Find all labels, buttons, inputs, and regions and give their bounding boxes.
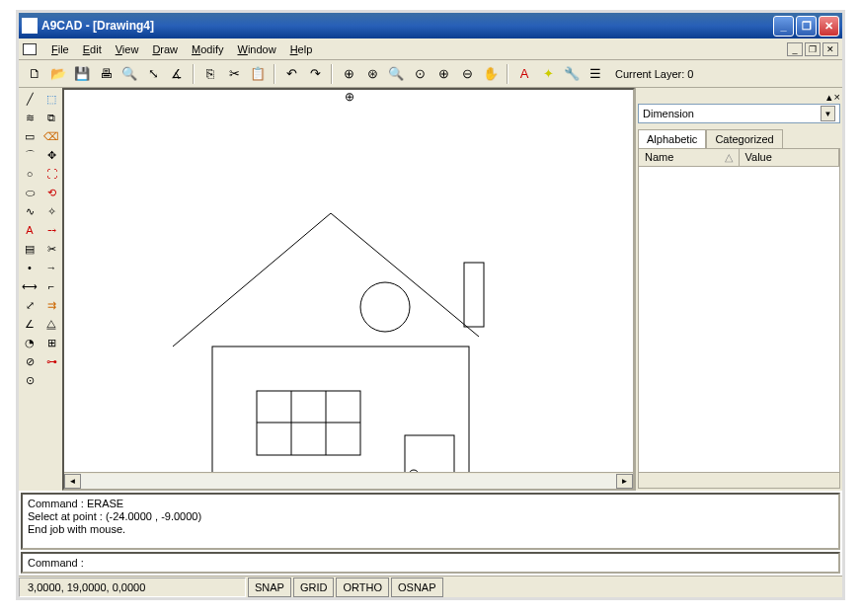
cut-icon[interactable]: ✂: [224, 64, 244, 84]
fillet-icon[interactable]: ⌐: [42, 277, 60, 295]
menu-draw[interactable]: Draw: [145, 41, 185, 57]
save-icon[interactable]: 💾: [72, 64, 92, 84]
snap-toggle[interactable]: SNAP: [248, 578, 291, 597]
menu-view[interactable]: View: [109, 41, 146, 57]
join-icon[interactable]: ⊶: [42, 352, 60, 370]
app-window: ◧ A9CAD - [Drawing4] _ ❐ ✕ File Edit Vie…: [16, 10, 845, 600]
command-prompt: Command :: [28, 557, 84, 569]
menu-file[interactable]: File: [44, 41, 76, 57]
menu-edit[interactable]: Edit: [76, 41, 109, 57]
col-value[interactable]: Value: [740, 149, 840, 166]
zoom-plus-icon[interactable]: ⊕: [433, 64, 453, 84]
zoom-window-icon[interactable]: 🔍: [386, 64, 406, 84]
search-icon[interactable]: 🔍: [119, 64, 139, 84]
copy-icon[interactable]: ⎘: [200, 64, 220, 84]
array-icon[interactable]: ⊞: [42, 334, 60, 351]
menubar: File Edit View Draw Modify Window Help _…: [19, 38, 842, 60]
scroll-left-icon[interactable]: ◄: [64, 474, 81, 489]
horizontal-scrollbar[interactable]: ◄ ►: [64, 472, 633, 489]
measure-icon[interactable]: ∡: [167, 64, 187, 84]
dim-angle-icon[interactable]: ∠: [21, 315, 39, 333]
move-icon[interactable]: ✥: [42, 146, 60, 164]
select-icon[interactable]: ⬚: [42, 90, 60, 108]
pick-icon[interactable]: ⤡: [143, 64, 163, 84]
break-icon[interactable]: ⤍: [42, 221, 60, 239]
dim-diameter-icon[interactable]: ⊘: [21, 352, 39, 370]
col-name[interactable]: Name △: [639, 149, 740, 166]
arc-icon[interactable]: ⌒: [21, 146, 39, 164]
zoom-out-icon[interactable]: ⊖: [457, 64, 477, 84]
menu-window[interactable]: Window: [230, 41, 282, 57]
circle-icon[interactable]: ○: [21, 165, 39, 183]
minimize-button[interactable]: _: [773, 16, 794, 37]
panel-pin-icon[interactable]: ▴: [826, 91, 832, 104]
dim-ordinate-icon[interactable]: ⊙: [21, 371, 39, 389]
window-title: A9CAD - [Drawing4]: [41, 19, 773, 33]
dim-style-icon[interactable]: ✦: [538, 64, 558, 84]
paste-icon[interactable]: 📋: [248, 64, 268, 84]
scroll-right-icon[interactable]: ►: [616, 474, 633, 489]
open-icon[interactable]: 📂: [48, 64, 68, 84]
statusbar: 3,0000, 19,0000, 0,0000 SNAP GRID ORTHO …: [19, 576, 842, 597]
close-button[interactable]: ✕: [819, 16, 839, 37]
modify-toolbar: ⬚ ⧉ ⌫ ✥ ⛶ ⟲ ✧ ⤍ ✂ → ⌐ ⇉ ⧋ ⊞ ⊶: [40, 88, 62, 491]
dim-align-icon[interactable]: ⤢: [21, 296, 39, 314]
doc-restore-button[interactable]: ❐: [805, 42, 821, 56]
text-icon[interactable]: A: [21, 221, 39, 239]
line-icon[interactable]: ╱: [21, 90, 39, 108]
ellipse-icon[interactable]: ⬭: [21, 184, 39, 201]
polyline-icon[interactable]: ≋: [21, 109, 39, 126]
explode-icon[interactable]: ✧: [42, 202, 60, 220]
trim-icon[interactable]: ✂: [42, 240, 60, 258]
titlebar[interactable]: ◧ A9CAD - [Drawing4] _ ❐ ✕: [19, 13, 842, 38]
maximize-button[interactable]: ❐: [796, 16, 817, 37]
panel-close-icon[interactable]: ×: [834, 91, 840, 103]
canvas-container: ⊕ ◄ ►: [62, 88, 635, 491]
properties-grid[interactable]: Name △ Value: [638, 148, 840, 489]
zoom-realtime-icon[interactable]: ⊙: [410, 64, 430, 84]
erase-icon[interactable]: ⌫: [42, 127, 60, 145]
doc-close-button[interactable]: ✕: [822, 42, 838, 56]
layers-icon[interactable]: ☰: [586, 64, 605, 84]
log-line: End job with mouse.: [28, 523, 833, 536]
layer-label: Current Layer: 0: [615, 68, 693, 80]
command-input[interactable]: Command :: [21, 552, 840, 574]
menu-modify[interactable]: Modify: [185, 41, 230, 57]
text-style-icon[interactable]: A: [514, 64, 534, 84]
copy2-icon[interactable]: ⧉: [42, 109, 60, 126]
svg-rect-7: [405, 435, 454, 472]
chevron-down-icon[interactable]: ▼: [821, 106, 835, 121]
redo-icon[interactable]: ↷: [305, 64, 325, 84]
svg-rect-0: [464, 263, 484, 327]
scale-icon[interactable]: ⛶: [42, 165, 60, 183]
menu-help[interactable]: Help: [283, 41, 320, 57]
doc-minimize-button[interactable]: _: [787, 42, 803, 56]
document-icon[interactable]: [23, 43, 37, 55]
spline-icon[interactable]: ∿: [21, 202, 39, 220]
status-coordinates: 3,0000, 19,0000, 0,0000: [19, 578, 246, 597]
hatch-icon[interactable]: ▤: [21, 240, 39, 258]
pan-icon[interactable]: ✋: [481, 64, 501, 84]
tab-alphabetic[interactable]: Alphabetic: [638, 129, 706, 148]
osnap-toggle[interactable]: OSNAP: [391, 578, 443, 597]
rotate-icon[interactable]: ⟲: [42, 184, 60, 201]
offset-icon[interactable]: ⇉: [42, 296, 60, 314]
print-icon[interactable]: 🖶: [96, 64, 116, 84]
new-icon[interactable]: 🗋: [25, 64, 44, 84]
object-type-dropdown[interactable]: Dimension ▼: [638, 104, 840, 123]
extend-icon[interactable]: →: [42, 259, 60, 276]
dim-linear-icon[interactable]: ⟷: [21, 277, 39, 295]
zoom-extent-icon[interactable]: ⊛: [362, 64, 382, 84]
tab-categorized[interactable]: Categorized: [706, 129, 782, 148]
settings-icon[interactable]: 🔧: [562, 64, 582, 84]
cursor-crosshair: ⊕: [345, 90, 354, 104]
mirror-icon[interactable]: ⧋: [42, 315, 60, 333]
point-icon[interactable]: •: [21, 259, 39, 276]
zoom-in-icon[interactable]: ⊕: [339, 64, 358, 84]
grid-toggle[interactable]: GRID: [293, 578, 335, 597]
drawing-canvas[interactable]: ⊕: [64, 90, 633, 472]
rect-icon[interactable]: ▭: [21, 127, 39, 145]
undo-icon[interactable]: ↶: [281, 64, 301, 84]
dim-radius-icon[interactable]: ◔: [21, 334, 39, 351]
ortho-toggle[interactable]: ORTHO: [336, 578, 389, 597]
